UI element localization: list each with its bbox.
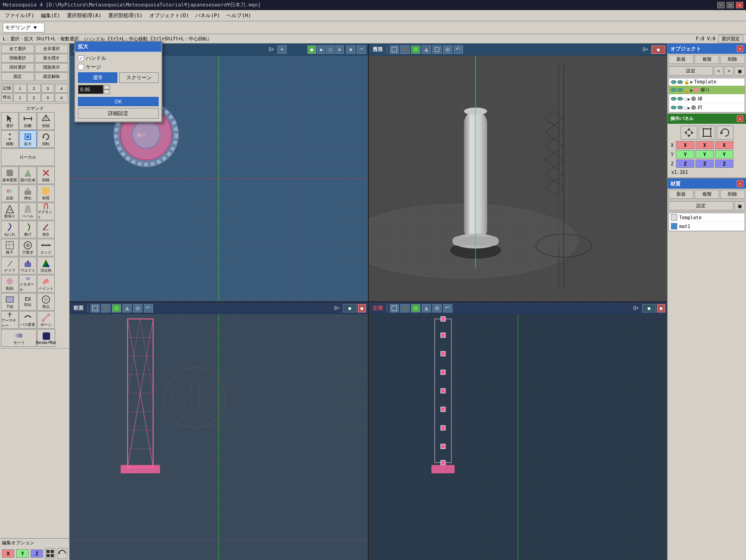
recall-4[interactable]: 4 (55, 93, 68, 102)
menu-panel[interactable]: パネル(P) (193, 11, 223, 20)
metaball-tool[interactable]: メタボール (19, 275, 37, 293)
object-nav-left[interactable]: < (714, 66, 723, 76)
show-hidden-button[interactable]: 隠面表示 (35, 63, 68, 72)
face-gen-tool[interactable]: 面の生成 (19, 166, 37, 184)
vp-tl-plus[interactable]: + (277, 45, 287, 54)
menu-object[interactable]: オブジェクト(O) (147, 11, 192, 20)
viewpoint-tool[interactable]: 視点 (37, 293, 55, 311)
popup-screen-button[interactable]: スクリーン (119, 72, 159, 83)
vp-bl-icon3[interactable] (112, 304, 121, 312)
grid-icon[interactable] (57, 548, 67, 559)
memory-2[interactable]: 2 (27, 84, 41, 93)
vp-br-red[interactable]: ■ (657, 304, 665, 312)
viewport-top-right-content[interactable] (369, 56, 667, 301)
ops-x-y[interactable]: X (695, 141, 714, 149)
vp-tl-config[interactable] (346, 45, 355, 54)
popup-cage-checkbox[interactable] (78, 64, 84, 70)
vp-tl-green[interactable]: ■ (308, 45, 316, 54)
viewport-bottom-right[interactable]: 左側 Q+ ■ ■ (369, 302, 667, 560)
menu-edit[interactable]: 編集(E) (38, 11, 63, 20)
vp-bl-settings[interactable] (133, 304, 142, 312)
ops-x-z[interactable]: X (715, 141, 733, 149)
material-tool[interactable]: 材質 (37, 185, 55, 202)
extrude-tool[interactable]: 押出 (19, 185, 37, 202)
y-axis-button[interactable]: Y (16, 549, 29, 558)
bend-tool[interactable]: 曲げ (19, 221, 37, 238)
reflect-tool[interactable]: 反彩 (1, 185, 19, 202)
magnet-tool[interactable]: マグネット (37, 203, 55, 220)
viewport-bottom-left[interactable]: 前面 Q+ ■ ■ (70, 302, 369, 560)
invert-select-button[interactable]: 現対選択 (1, 63, 34, 72)
local-tool[interactable]: ローカル (1, 148, 55, 166)
ops-y-x[interactable]: Y (676, 150, 695, 159)
vp-tl-arrow[interactable] (357, 45, 366, 54)
vp-bl-refresh[interactable] (144, 304, 153, 312)
vp-tr-settings[interactable] (443, 45, 452, 54)
popup-value-input[interactable] (78, 85, 103, 94)
compare-tool[interactable]: EX対比 (19, 293, 37, 311)
menu-selection-part[interactable]: 選択部処理(S) (105, 11, 146, 20)
mat-copy-button[interactable]: 複製 (695, 190, 720, 199)
vp-tr-refresh[interactable] (454, 45, 463, 54)
mat-item-mat1[interactable]: mat1 (669, 222, 745, 231)
viewport-top-right[interactable]: 透視 Q+ ■ (369, 44, 667, 301)
sculpt-tool[interactable]: 彫刻 (1, 275, 19, 293)
vp-br-color[interactable]: ■ (642, 304, 656, 312)
delete-tool[interactable]: 削除 (37, 166, 55, 184)
knife-tool[interactable]: ナイフ (1, 257, 19, 274)
mode-dropdown[interactable]: モデリング ▼ (3, 23, 45, 32)
maximize-button[interactable]: □ (727, 2, 734, 8)
vp-br-settings[interactable] (432, 304, 442, 312)
vp-tl-grid[interactable]: ⊞ (335, 45, 344, 54)
viewport-bottom-left-content[interactable] (70, 314, 368, 560)
ops-y-z[interactable]: Y (715, 150, 733, 159)
close-button[interactable]: ✕ (736, 2, 743, 8)
unfix-button[interactable]: 固定解除 (35, 72, 68, 81)
object-item-tsuba[interactable]: □ ▶ 鍔 (669, 103, 745, 112)
vp-tl-cam[interactable]: ◉ (317, 45, 325, 54)
vp-bl-icon4[interactable] (122, 304, 132, 312)
ops-z-z[interactable]: Z (715, 159, 733, 168)
ops-move-button[interactable] (681, 126, 697, 140)
ops-z-y[interactable]: Z (695, 159, 714, 168)
paint-tool[interactable]: ペイント (37, 275, 55, 293)
recall-2[interactable]: 2 (27, 93, 41, 102)
select-tool[interactable]: 選択 (1, 112, 19, 130)
z-axis-button[interactable]: Z (31, 549, 43, 558)
morph-tool[interactable]: モーフ (1, 329, 37, 347)
object-delete-button[interactable]: 削除 (720, 55, 745, 64)
vp-bl-icon1[interactable] (90, 304, 100, 312)
vp-br-refresh[interactable] (443, 304, 452, 312)
object-item-fuchi[interactable]: □ ▶ 縁 (669, 95, 745, 103)
popup-normal-button[interactable]: 通常 (78, 72, 117, 83)
scale-tool[interactable]: 拡大 (19, 130, 37, 148)
vp-br-icon4[interactable] (422, 304, 431, 312)
memory-3[interactable]: 3 (41, 84, 55, 93)
lattice-tool[interactable]: 格子 (1, 239, 19, 256)
object-settings-button[interactable]: 設定 (669, 66, 713, 76)
move-tool[interactable]: 移動 (1, 130, 19, 148)
object-select-button[interactable]: 現物選択 (1, 54, 34, 63)
vertex-color-tool[interactable]: 頂点色 (37, 257, 55, 274)
bone-tool[interactable]: ボーン (37, 311, 55, 329)
vp-bl-icon2[interactable] (101, 304, 110, 312)
vp-tr-icon1[interactable] (390, 45, 399, 54)
twist-tool[interactable]: ねじれ (1, 221, 19, 238)
rotate-tool[interactable]: 回転 (37, 130, 55, 148)
recall-label[interactable]: 呼出 (1, 93, 13, 102)
perspective-tool[interactable]: 投稿 (37, 112, 55, 130)
x-axis-button[interactable]: X (2, 549, 14, 558)
mat-item-template[interactable]: Template (669, 213, 745, 222)
ops-y-y[interactable]: Y (695, 150, 714, 159)
object-nav-right[interactable]: > (724, 66, 733, 76)
vp-bl-red[interactable]: ■ (358, 304, 366, 312)
vp-br-icon2[interactable] (400, 304, 410, 312)
vp-br-icon1[interactable] (390, 304, 399, 312)
memory-1[interactable]: 1 (13, 84, 27, 93)
vp-bl-color[interactable]: ■ (343, 304, 357, 312)
weight-tool[interactable]: ウエイト (19, 257, 37, 274)
object-panel-close[interactable]: ✕ (737, 45, 743, 52)
vp-tr-icon3[interactable] (411, 45, 420, 54)
vp-tr-icon2[interactable] (400, 45, 410, 54)
popup-handle-checkbox[interactable]: ✓ (78, 55, 84, 61)
